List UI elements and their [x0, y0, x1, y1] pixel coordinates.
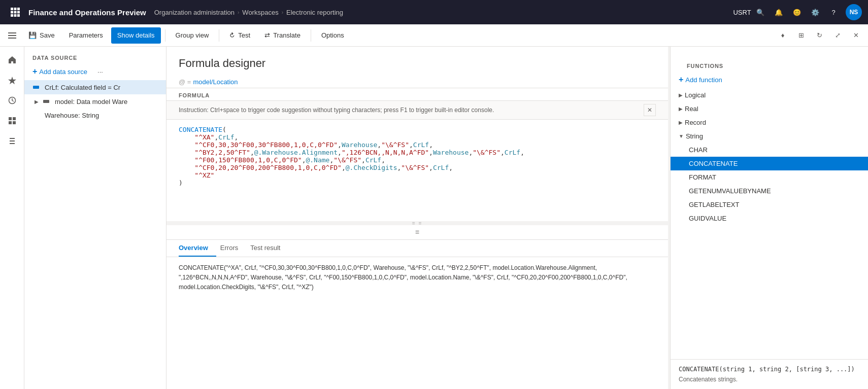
- fn-category-real-header[interactable]: ▶ Real: [671, 102, 868, 116]
- add-datasource-button[interactable]: + Add data source: [24, 65, 95, 80]
- expand-icon[interactable]: ⤢: [829, 27, 846, 44]
- app-title: Finance and Operations Preview: [24, 8, 154, 17]
- hamburger-icon[interactable]: [4, 27, 20, 44]
- main-layout: DATA SOURCE + Add data source ··· CrLf: …: [0, 47, 868, 389]
- more-options-icon[interactable]: ···: [95, 66, 105, 80]
- group-view-button[interactable]: Group view: [170, 27, 215, 44]
- avatar[interactable]: NS: [846, 4, 862, 20]
- fn-item-getlabeltext[interactable]: GETLABELTEXT: [671, 198, 868, 211]
- star-icon[interactable]: [3, 71, 21, 89]
- svg-rect-18: [10, 140, 15, 142]
- plus-icon: +: [32, 67, 37, 76]
- fn-item-getenumvaluebyname[interactable]: GETENUMVALUEBYNAME: [671, 184, 868, 198]
- svg-rect-19: [10, 143, 15, 144]
- waffle-icon[interactable]: [6, 3, 24, 21]
- list-icon[interactable]: [3, 132, 21, 150]
- svg-rect-7: [14, 14, 17, 17]
- user-id-label: USRT: [734, 4, 750, 20]
- top-nav-bar: Finance and Operations Preview Organizat…: [0, 0, 868, 24]
- tab-errors[interactable]: Errors: [220, 240, 246, 257]
- add-function-button[interactable]: + Add function: [671, 73, 868, 88]
- formula-panel: Formula designer @ = model/Location FORM…: [166, 47, 668, 389]
- fn-category-record-header[interactable]: ▶ Record: [671, 116, 868, 129]
- panel-toggle-icon[interactable]: ⊞: [793, 27, 809, 44]
- svg-rect-13: [9, 117, 12, 120]
- fn-item-concatenate[interactable]: CONCATENATE: [671, 157, 868, 170]
- refresh-icon: ↻: [228, 30, 237, 40]
- resize-handle[interactable]: = =: [166, 221, 668, 225]
- top-bar-actions: USRT 🔍 🔔 😊 ⚙️ ? NS: [734, 4, 862, 20]
- svg-rect-17: [10, 138, 15, 139]
- svg-rect-21: [43, 100, 49, 103]
- fn-real-chevron-icon: ▶: [679, 106, 683, 112]
- model-path-label: @ =: [179, 78, 191, 86]
- home-icon[interactable]: [3, 51, 21, 69]
- separator-2: [219, 29, 219, 42]
- tab-test-result[interactable]: Test result: [250, 240, 288, 257]
- fn-category-record: ▶ Record: [671, 116, 868, 129]
- svg-rect-10: [8, 35, 16, 36]
- fn-record-chevron-icon: ▶: [679, 120, 683, 125]
- formula-editor[interactable]: CONCATENATE( "^XA",CrLf, "^CF0,30,30^F00…: [166, 120, 668, 221]
- parameters-button[interactable]: Parameters: [63, 27, 109, 44]
- test-button[interactable]: ↻ Test: [223, 27, 256, 44]
- tab-overview[interactable]: Overview: [179, 240, 216, 257]
- notification-icon[interactable]: 🔔: [771, 4, 787, 20]
- svg-rect-2: [17, 8, 20, 10]
- fn-record-label: Record: [685, 119, 706, 126]
- command-bar: 💾 Save Parameters Show details Group vie…: [0, 24, 868, 47]
- formula-section: FORMULA Instruction: Ctrl+space to trigg…: [166, 88, 668, 389]
- add-datasource-row: + Add data source ···: [24, 65, 166, 80]
- fn-category-logical-header[interactable]: ▶ Logical: [671, 88, 868, 102]
- datasource-item-crlf[interactable]: CrLf: Calculated field = Cr: [24, 80, 166, 94]
- person-icon[interactable]: 😊: [789, 4, 805, 20]
- datasource-crlf-label: CrLf: Calculated field = Cr: [45, 84, 120, 91]
- fn-category-real: ▶ Real: [671, 102, 868, 116]
- expand-model-icon[interactable]: ▶: [32, 97, 41, 105]
- breadcrumb-workspaces[interactable]: Workspaces: [242, 9, 278, 16]
- show-details-button[interactable]: Show details: [111, 27, 161, 44]
- close-icon[interactable]: ✕: [848, 27, 864, 44]
- fn-item-guidvalue[interactable]: GUIDVALUE: [671, 211, 868, 225]
- fn-item-format[interactable]: FORMAT: [671, 170, 868, 184]
- bottom-section: Overview Errors Test result CONCATENATE(…: [166, 239, 668, 389]
- datasource-item-warehouse[interactable]: Warehouse: String: [24, 109, 166, 122]
- options-button[interactable]: Options: [315, 27, 350, 44]
- save-icon: 💾: [28, 31, 37, 39]
- clock-icon[interactable]: [3, 91, 21, 110]
- svg-rect-15: [9, 121, 12, 124]
- breadcrumb-org[interactable]: Organization administration: [154, 9, 235, 16]
- fn-description-panel: CONCATENATE(string 1, string 2, [string …: [671, 359, 868, 389]
- svg-rect-11: [8, 38, 16, 39]
- fn-category-string-header[interactable]: ▼ String: [671, 129, 868, 143]
- model-path-value: model/Location: [193, 78, 238, 86]
- breadcrumb-electronic-reporting[interactable]: Electronic reporting: [286, 9, 343, 16]
- favorites-icon[interactable]: ♦: [775, 27, 791, 44]
- formula-close-button[interactable]: ✕: [644, 104, 656, 116]
- fn-string-label: String: [686, 132, 703, 140]
- grid-icon[interactable]: [3, 112, 21, 130]
- fn-logical-label: Logical: [685, 91, 706, 99]
- breadcrumb: Organization administration › Workspaces…: [154, 9, 734, 16]
- refresh-page-icon[interactable]: ↻: [811, 27, 827, 44]
- datasource-item-model[interactable]: ▶ model: Data model Ware: [24, 94, 166, 109]
- functions-list: ▶ Logical ▶ Real ▶ Record: [671, 88, 868, 359]
- svg-rect-16: [13, 121, 16, 124]
- svg-rect-6: [11, 14, 13, 17]
- fn-signature: CONCATENATE(string 1, string 2, [string …: [679, 366, 860, 373]
- datasource-panel: DATA SOURCE + Add data source ··· CrLf: …: [24, 47, 166, 389]
- save-button[interactable]: 💾 Save: [22, 27, 61, 44]
- settings-icon[interactable]: ⚙️: [807, 4, 823, 20]
- fn-category-string: ▼ String CHAR CONCATENATE FORMAT GETENUM…: [671, 129, 868, 225]
- fn-real-label: Real: [685, 105, 698, 113]
- translate-button[interactable]: ⇄ Translate: [258, 27, 307, 44]
- formula-label: FORMULA: [166, 88, 668, 100]
- fn-item-char[interactable]: CHAR: [671, 143, 868, 157]
- search-icon[interactable]: 🔍: [752, 4, 769, 20]
- formula-instruction-bar: Instruction: Ctrl+space to trigger code …: [166, 100, 668, 120]
- fn-desc-text: Concatenates strings.: [679, 376, 860, 383]
- translate-icon: ⇄: [264, 31, 270, 39]
- help-icon[interactable]: ?: [825, 4, 842, 20]
- svg-rect-4: [14, 11, 17, 14]
- datasource-warehouse-label: Warehouse: String: [45, 112, 99, 119]
